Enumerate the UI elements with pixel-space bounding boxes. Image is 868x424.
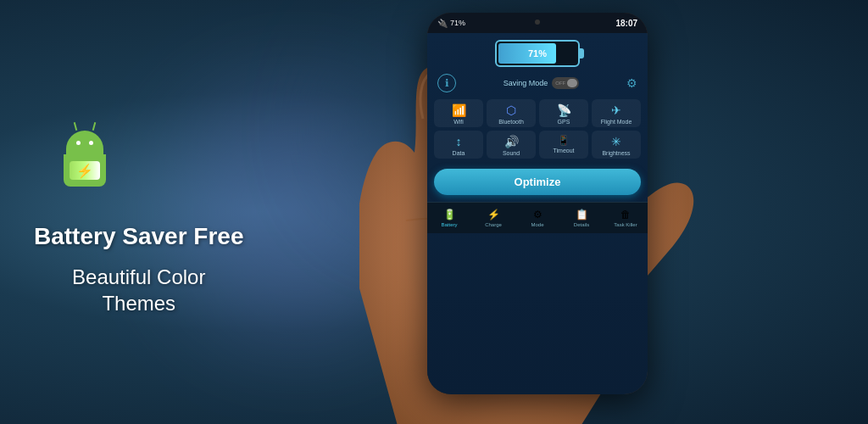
info-row: ℹ Saving Mode OFF ⚙ — [434, 74, 641, 92]
flight-mode-label: Flight Mode — [601, 119, 632, 125]
battery-display: 71% — [434, 40, 641, 67]
sound-label: Sound — [503, 150, 520, 156]
android-antenna-left — [74, 122, 78, 131]
sound-icon: 🔊 — [504, 135, 519, 148]
wifi-icon: 📶 — [452, 103, 466, 117]
app-title: Battery Saver Free — [34, 222, 243, 251]
data-icon: ↕ — [456, 135, 462, 148]
app-subtitle: Beautiful Color Themes — [34, 264, 243, 316]
saving-mode-label: Saving Mode — [504, 79, 548, 87]
battery-percent-text: 71% — [497, 42, 578, 65]
quick-data[interactable]: ↕ Data — [434, 131, 483, 159]
bluetooth-icon: ⬡ — [506, 103, 516, 117]
subtitle-line1: Beautiful Color — [72, 265, 205, 288]
data-label: Data — [453, 150, 465, 156]
saving-mode-toggle[interactable]: Saving Mode OFF — [504, 77, 580, 89]
battery-icon: ⚡ — [70, 161, 100, 180]
nav-battery-icon: 🔋 — [443, 209, 456, 220]
signal-strength: 71% — [450, 19, 465, 27]
android-torso: ⚡ — [64, 154, 106, 187]
nav-mode-label: Mode — [531, 222, 543, 227]
nav-details-label: Details — [574, 222, 589, 227]
nav-task-killer-label: Task Killer — [614, 222, 637, 227]
quick-wifi[interactable]: 📶 Wifi — [434, 99, 483, 127]
gps-label: GPS — [558, 119, 570, 125]
optimize-button[interactable]: Optimize — [434, 169, 641, 195]
usb-icon: 🔌 — [437, 19, 448, 28]
toggle-off-text: OFF — [555, 81, 565, 86]
brightness-icon: ✳ — [611, 135, 621, 148]
wifi-label: Wifi — [453, 119, 464, 125]
left-panel: ⚡ Battery Saver Free Beautiful Color The… — [34, 108, 243, 316]
quick-flight-mode[interactable]: ✈ Flight Mode — [592, 99, 641, 127]
phone-device: 🔌 71% 18:07 71% ℹ Saving Mode — [427, 13, 648, 394]
quick-brightness[interactable]: ✳ Brightness — [592, 131, 641, 159]
bottom-nav: 🔋 Battery ⚡ Charge ⚙ Mode 📋 Details 🗑 — [427, 202, 648, 233]
right-panel: 🔌 71% 18:07 71% ℹ Saving Mode — [359, 0, 868, 424]
quick-toggles-grid: 📶 Wifi ⬡ Bluetooth 📡 GPS ✈ Flight Mode ↕ — [434, 99, 641, 159]
quick-gps[interactable]: 📡 GPS — [539, 99, 588, 127]
nav-charge-icon: ⚡ — [487, 209, 500, 220]
brightness-label: Brightness — [602, 150, 630, 156]
nav-details[interactable]: 📋 Details — [559, 206, 604, 230]
nav-mode-icon: ⚙ — [533, 209, 542, 220]
android-head — [66, 131, 103, 154]
flight-mode-icon: ✈ — [611, 103, 621, 117]
android-antenna-right — [92, 122, 97, 131]
nav-mode[interactable]: ⚙ Mode — [515, 206, 559, 230]
lightning-icon: ⚡ — [76, 163, 93, 179]
toggle-knob — [567, 79, 577, 87]
status-left-icons: 🔌 71% — [437, 19, 465, 28]
nav-details-icon: 📋 — [576, 209, 588, 220]
info-icon: ℹ — [437, 74, 456, 92]
nav-charge[interactable]: ⚡ Charge — [471, 206, 515, 230]
status-time: 18:07 — [615, 19, 637, 28]
settings-icon[interactable]: ⚙ — [626, 76, 637, 90]
phone-camera — [535, 20, 540, 25]
nav-task-killer[interactable]: 🗑 Task Killer — [604, 206, 648, 230]
quick-bluetooth[interactable]: ⬡ Bluetooth — [487, 99, 536, 127]
gps-icon: 📡 — [557, 103, 571, 117]
timeout-icon: 📱 — [558, 135, 570, 146]
battery-bar-tip — [580, 48, 584, 59]
nav-task-killer-icon: 🗑 — [620, 209, 631, 220]
toggle-switch[interactable]: OFF — [552, 77, 579, 89]
android-eye-left — [76, 141, 81, 145]
quick-sound[interactable]: 🔊 Sound — [487, 131, 536, 159]
timeout-label: Timeout — [553, 148, 574, 153]
bluetooth-label: Bluetooth — [498, 119, 524, 125]
nav-battery[interactable]: 🔋 Battery — [427, 206, 471, 230]
nav-battery-label: Battery — [441, 222, 457, 227]
android-eye-right — [89, 141, 93, 145]
battery-bar-container: 71% — [495, 40, 580, 67]
phone-screen: 71% ℹ Saving Mode OFF ⚙ 📶 — [427, 33, 648, 394]
android-mascot: ⚡ — [64, 131, 106, 187]
nav-charge-label: Charge — [485, 222, 502, 227]
subtitle-line2: Themes — [102, 292, 175, 315]
quick-timeout[interactable]: 📱 Timeout — [539, 131, 588, 159]
app-icon: ⚡ — [34, 108, 136, 209]
